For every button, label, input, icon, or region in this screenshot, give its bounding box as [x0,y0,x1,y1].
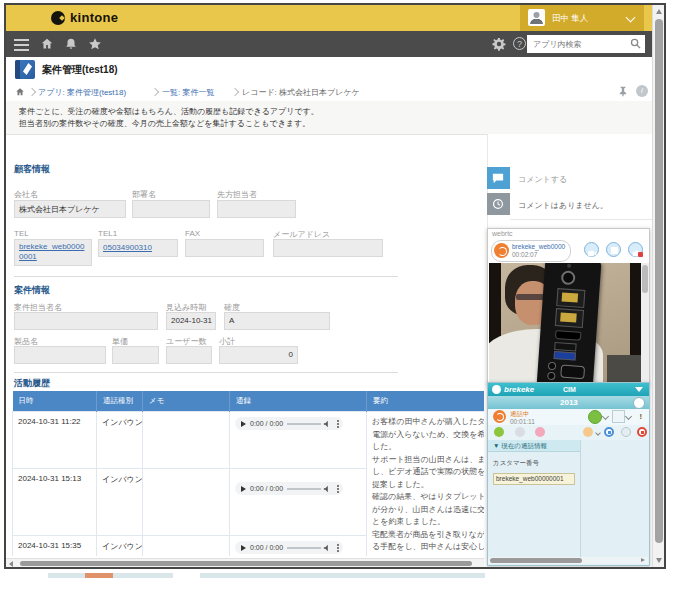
divider [14,276,398,277]
scrollbar-thumb[interactable] [490,558,582,563]
breadcrumb-list-link[interactable]: 一覧: 案件一覧 [162,87,214,98]
scrollbar-thumb[interactable] [20,561,472,566]
pin-icon[interactable] [618,86,628,97]
info-icon[interactable]: i [636,85,648,97]
tel-link[interactable]: brekeke_web00000001 [19,242,84,261]
subtotal-field: 0 [219,346,298,364]
audio-player[interactable]: 0:00 / 0:00 [235,482,343,495]
company-label: 会社名 [14,189,38,200]
history-tab[interactable] [487,193,510,215]
contact-label: 先方担当者 [217,189,257,200]
summary-paragraph: 宅配業者が商品を引き取りながら新しいものを届ける手配をし、田中さんは安心して対応… [372,529,484,557]
play-icon[interactable] [241,421,246,427]
agent-status-chevron-icon[interactable] [602,413,609,420]
audio-player[interactable]: 0:00 / 0:00 [235,541,343,554]
webrtc-scrollbar[interactable] [641,263,649,383]
cell-call-type: インバウンド [97,412,143,469]
cim-title: CIM [563,386,576,393]
audio-player[interactable]: 0:00 / 0:00 [235,417,343,430]
volume-icon[interactable] [323,544,331,552]
line-lamp-green-icon[interactable] [494,427,504,437]
cell-recording: 0:00 / 0:00 [230,469,367,536]
call-duration: 00:01:11 [510,418,535,425]
department-label: 部署名 [132,189,156,200]
player-time: 0:00 / 0:00 [250,485,283,492]
record-stop-icon[interactable] [606,242,621,257]
video-call-icon[interactable] [584,242,599,257]
queue-status-chevron-icon[interactable] [625,413,632,420]
player-progress[interactable] [287,488,321,490]
current-call-info-section[interactable]: ▼ 現在の通話情報 [488,440,580,452]
user-name: 田中 隼人 [552,13,588,25]
player-menu-icon[interactable] [337,485,339,487]
volume-icon[interactable] [323,485,331,493]
comments-tab[interactable] [487,167,510,189]
agent-status-icon[interactable] [588,410,602,424]
webrtc-window: webrtc brekeke_web0000 00:02:07 [487,228,650,385]
app-title[interactable]: 案件管理(test18) [42,63,118,77]
player-menu-icon[interactable] [337,544,339,546]
search-icon[interactable] [630,38,641,49]
line-lamp-pink-icon[interactable] [535,427,545,437]
tel1-link[interactable]: 05034900310 [103,243,152,252]
page-vertical-scrollbar[interactable] [652,5,664,567]
cim-power-icon[interactable] [633,397,645,409]
customer-number-field[interactable]: brekeke_web00000001 [493,473,575,485]
camera-capture-icon[interactable] [628,242,643,257]
cim-pane-divider [580,440,581,559]
customer-number-label: カスタマー番号 [493,459,539,468]
call-status-icon [493,410,506,423]
scroll-right-arrow-icon[interactable] [641,558,645,562]
background-window-edge [48,573,485,578]
player-menu-icon[interactable] [337,420,339,422]
app-description: 案件ごとに、受注の確度や金額はもちろん、活動の履歴も記録できるアプリです。 担当… [6,101,652,135]
help-icon[interactable]: ? [513,37,526,50]
scroll-left-arrow-icon[interactable] [9,561,13,567]
settings-gear-icon[interactable] [492,37,506,51]
play-icon[interactable] [241,486,246,492]
company-field: 株式会社日本ブレケケ [14,200,126,218]
player-progress[interactable] [287,547,321,549]
summary-paragraph: お客様の田中さんが購入したタブレットが不良品で電源が入らないため、交換を希望して… [372,416,484,454]
scrollbar-thumb[interactable] [655,19,663,543]
cim-horizontal-scrollbar[interactable] [488,557,648,564]
notifications-bell-icon[interactable] [64,37,78,51]
breadcrumb-home-icon[interactable] [15,87,25,97]
kintone-logo-text[interactable]: kintone [70,10,118,25]
app-icon[interactable] [15,60,35,79]
table-horizontal-scrollbar[interactable] [6,558,484,567]
cim-header[interactable]: brekeke CIM [488,383,649,396]
scroll-down-arrow-icon[interactable] [656,558,662,563]
cim-extension-bar: 2013 [488,396,649,409]
player-time: 0:00 / 0:00 [250,420,283,427]
cim-call-controls [488,425,649,440]
transfer-chevron-icon[interactable] [595,430,601,436]
scroll-up-arrow-icon[interactable] [656,9,662,14]
breadcrumb-app-link[interactable]: アプリ: 案件管理(test18) [38,87,126,98]
background-window-edge-orange [85,573,113,578]
cim-status-row: 通話中 00:01:11 [488,409,649,425]
user-menu[interactable]: 田中 隼人 [520,5,644,31]
cell-recording: 0:00 / 0:00 [230,412,367,469]
search-input[interactable] [531,37,625,52]
hold-stop-icon[interactable] [604,427,614,437]
col-call-type: 通話種別 [97,391,143,412]
brekeke-mark-icon [492,385,501,394]
menu-icon[interactable] [14,39,29,41]
breadcrumb-separator [28,88,36,96]
comment-compose[interactable]: コメントする [510,167,652,194]
cim-minimize-chevron-icon[interactable] [635,387,643,392]
home-icon[interactable] [40,37,54,51]
player-progress[interactable] [287,423,321,425]
play-icon[interactable] [241,545,246,551]
hangup-record-icon[interactable] [637,427,647,437]
volume-icon[interactable] [323,420,331,428]
kintone-logo-icon[interactable] [51,11,65,25]
user-avatar [528,9,545,26]
transfer-icon[interactable] [583,427,593,437]
queue-status-icon[interactable] [612,410,625,423]
more-controls-icon[interactable] [621,427,631,437]
line-lamp-gray-icon[interactable] [515,427,525,437]
favorites-star-icon[interactable] [88,37,102,51]
breadcrumb-record-current: レコード: 株式会社日本ブレケケ [242,87,360,98]
